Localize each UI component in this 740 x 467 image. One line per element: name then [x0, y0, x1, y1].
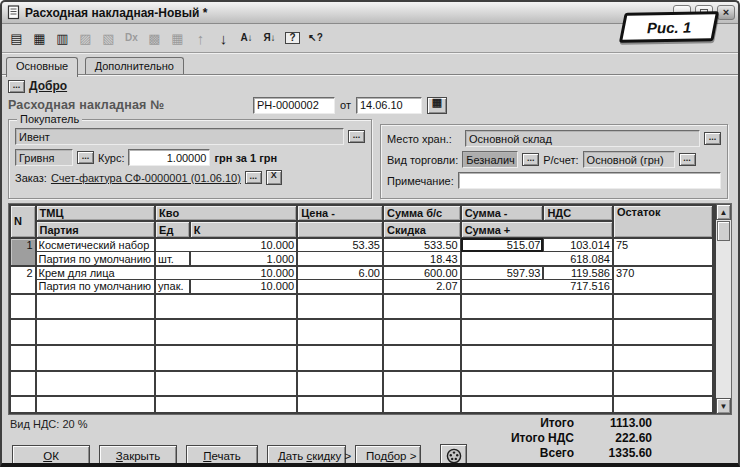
scroll-down-icon[interactable]: ▼: [716, 398, 731, 414]
context-help-icon[interactable]: ↖?: [305, 28, 326, 49]
cell-ed[interactable]: шт.: [155, 252, 190, 266]
empty-row[interactable]: [10, 294, 713, 320]
col-sum-minus[interactable]: Сумма -: [461, 205, 544, 221]
col-k[interactable]: К: [190, 221, 297, 237]
firm-link[interactable]: Добро: [29, 79, 67, 93]
header-row-2: Партия Ед К Скидка Сумма +: [10, 221, 713, 237]
cell-price-empty[interactable]: [297, 280, 383, 294]
dx-icon[interactable]: Dx: [121, 28, 142, 49]
move-up-icon[interactable]: ↑: [190, 28, 211, 49]
note-input[interactable]: [458, 172, 721, 189]
scrollbar-thumb[interactable]: [717, 221, 730, 241]
cell-tmc[interactable]: Косметический набор: [36, 238, 156, 252]
order-clear-button[interactable]: X: [266, 170, 282, 185]
col-rest[interactable]: Остаток: [613, 205, 713, 238]
order-select-button[interactable]: ...: [245, 171, 262, 184]
cell-sum-plus[interactable]: 618.084: [461, 252, 613, 266]
tab-main[interactable]: Основные: [6, 57, 78, 77]
empty-row[interactable]: [10, 319, 713, 345]
cell-discount[interactable]: 2.07: [383, 280, 461, 294]
cell-price[interactable]: 53.35: [297, 238, 383, 252]
sort-desc-icon[interactable]: Я↓: [259, 28, 280, 49]
cell-k[interactable]: 10.000: [190, 280, 297, 294]
cell-sum-plus[interactable]: 717.516: [461, 280, 613, 294]
doc-number-field[interactable]: РН-0000002: [253, 97, 335, 114]
table-row[interactable]: Партия по умолчанию упак. 10.000 2.07 71…: [10, 280, 713, 294]
edit-row-icon[interactable]: ▩: [144, 28, 165, 49]
rate-field[interactable]: 1.00000: [128, 149, 210, 166]
col-sum-plus[interactable]: Сумма +: [461, 221, 613, 237]
table-row[interactable]: Партия по умолчанию шт. 1.000 18.43 618.…: [10, 252, 713, 266]
currency-field[interactable]: Гривня: [15, 149, 73, 166]
delete-row-icon[interactable]: ▥: [52, 28, 73, 49]
vertical-scrollbar[interactable]: ▲ ▼: [714, 204, 731, 414]
close-form-button[interactable]: Закрыть: [99, 445, 177, 467]
cell-rest[interactable]: 75: [613, 238, 713, 266]
copy-row-icon[interactable]: ▨: [75, 28, 96, 49]
col-ed[interactable]: Ед: [155, 221, 190, 237]
cell-nds[interactable]: 103.014: [543, 238, 612, 252]
buyer-field[interactable]: Ивент: [15, 128, 344, 145]
currency-select-button[interactable]: ...: [77, 151, 94, 164]
cell-price-empty[interactable]: [297, 252, 383, 266]
account-select-button[interactable]: ...: [679, 153, 696, 166]
scrollbar-track[interactable]: [716, 242, 731, 398]
firm-select-button[interactable]: ...: [8, 80, 25, 93]
empty-row[interactable]: [10, 345, 713, 371]
cell-qty[interactable]: 10.000: [155, 238, 297, 252]
col-kvo[interactable]: Кво: [155, 205, 297, 221]
pick-items-button[interactable]: Подбор >: [355, 445, 421, 467]
col-discount[interactable]: Скидка: [383, 221, 461, 237]
add-row-icon[interactable]: ▦: [29, 28, 50, 49]
cell-tmc[interactable]: Крем для лица: [36, 266, 156, 280]
help-icon[interactable]: ?: [282, 28, 303, 49]
cell-k[interactable]: 1.000: [190, 252, 297, 266]
empty-row[interactable]: [10, 371, 713, 397]
doc-title-label: Расходная накладная №: [8, 98, 248, 112]
buyer-select-button[interactable]: ...: [348, 130, 365, 143]
trade-groupbox: Место хран.: Основной склад ... Вид торг…: [380, 124, 728, 199]
col-tmc[interactable]: ТМЦ: [36, 205, 156, 221]
empty-row[interactable]: [10, 396, 713, 413]
warehouse-select-button[interactable]: ...: [704, 132, 721, 145]
col-nds[interactable]: НДС: [543, 205, 612, 221]
ok-button[interactable]: ОК: [12, 445, 90, 467]
print-button[interactable]: Печать: [186, 445, 258, 467]
trade-field[interactable]: Безналич: [462, 151, 518, 168]
sort-asc-icon[interactable]: А↓: [236, 28, 257, 49]
reel-button[interactable]: [440, 444, 467, 467]
give-discount-button[interactable]: Дать скидку >: [267, 445, 346, 467]
cell-sum-minus[interactable]: 597.93: [461, 266, 544, 280]
tab-additional[interactable]: Дополнительно: [85, 57, 184, 75]
table-icon[interactable]: ▤: [6, 28, 27, 49]
cell-sum-bs[interactable]: 600.00: [383, 266, 461, 280]
table-row[interactable]: 2 Крем для лица 10.000 6.00 600.00 597.9…: [10, 266, 713, 280]
cell-price[interactable]: 6.00: [297, 266, 383, 280]
grid-icon[interactable]: ▦: [167, 28, 188, 49]
note-row: Примечание:: [387, 172, 721, 189]
cell-sum-minus[interactable]: 515.07: [461, 238, 544, 252]
date-field[interactable]: 14.06.10: [356, 97, 422, 114]
order-link[interactable]: Счет-фактура СФ-0000001 (01.06.10): [51, 172, 241, 184]
cell-discount[interactable]: 18.43: [383, 252, 461, 266]
table-row[interactable]: 1 Косметический набор 10.000 53.35 533.5…: [10, 238, 713, 252]
close-button[interactable]: ×: [717, 5, 735, 20]
col-sum-bs[interactable]: Сумма б/с: [383, 205, 461, 221]
calendar-icon[interactable]: ▦: [427, 97, 447, 114]
account-field[interactable]: Основной (грн): [583, 151, 675, 168]
col-price[interactable]: Цена -: [297, 205, 383, 221]
cell-party[interactable]: Партия по умолчанию: [36, 252, 156, 266]
cell-rest[interactable]: 370: [613, 266, 713, 294]
cell-nds[interactable]: 119.586: [543, 266, 612, 280]
cell-party[interactable]: Партия по умолчанию: [36, 280, 156, 294]
cell-sum-bs[interactable]: 533.50: [383, 238, 461, 252]
col-party[interactable]: Партия: [36, 221, 156, 237]
warehouse-field[interactable]: Основной склад: [465, 130, 700, 147]
move-down-icon[interactable]: ↓: [213, 28, 234, 49]
col-n[interactable]: N: [10, 205, 36, 238]
preview-icon[interactable]: ▧: [98, 28, 119, 49]
cell-qty[interactable]: 10.000: [155, 266, 297, 280]
trade-select-button[interactable]: ...: [522, 153, 539, 166]
scroll-up-icon[interactable]: ▲: [716, 204, 731, 220]
cell-ed[interactable]: упак.: [155, 280, 190, 294]
